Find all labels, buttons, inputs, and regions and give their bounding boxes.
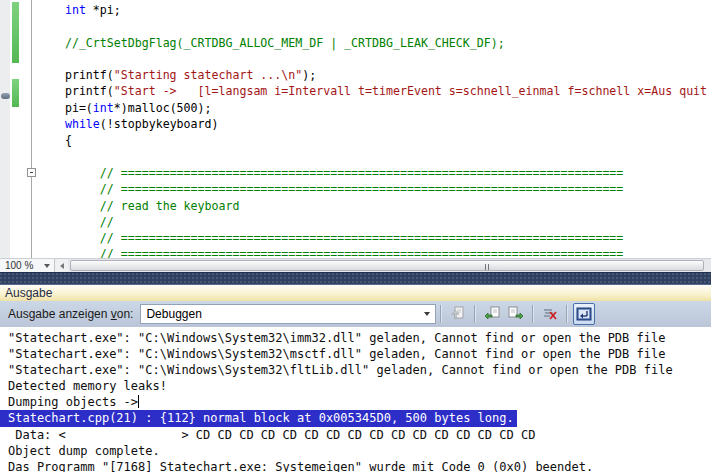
code-line[interactable] — [37, 149, 711, 165]
code-line[interactable]: // read the keyboard — [37, 198, 711, 214]
text-cursor — [138, 395, 139, 408]
code-line[interactable]: printf("Start -> [l=langsam i=Intervall … — [37, 83, 711, 99]
output-panel-title: Ausgabe — [5, 286, 52, 300]
output-line[interactable]: "Statechart.exe": "C:\Windows\System32\f… — [8, 362, 711, 378]
arrow-left-icon — [60, 263, 64, 269]
code-line[interactable]: // =====================================… — [37, 165, 711, 181]
toolbar-separator — [566, 305, 568, 323]
output-line[interactable]: Detected memory leaks! — [8, 378, 711, 394]
code-line[interactable] — [37, 18, 711, 34]
code-line[interactable]: //_CrtSetDbgFlag(_CRTDBG_ALLOC_MEM_DF | … — [37, 35, 711, 51]
next-message-button[interactable] — [505, 303, 527, 325]
clear-all-icon — [542, 306, 558, 322]
visual-studio-window: int *pi; //_CrtSetDbgFlag(_CRTDBG_ALLOC_… — [0, 0, 711, 472]
output-text[interactable]: "Statechart.exe": "C:\Windows\System32\i… — [0, 327, 711, 472]
clear-all-button[interactable] — [539, 303, 561, 325]
chevron-down-icon — [44, 264, 50, 268]
code-line[interactable]: // =====================================… — [37, 246, 711, 258]
output-line-highlighted[interactable]: Statechart.cpp(21) : {112} normal block … — [0, 410, 517, 426]
output-line[interactable]: Dumping objects -> — [8, 394, 711, 410]
zoom-level-value: 100 % — [5, 260, 44, 271]
code-line[interactable]: pi=(int*)malloc(500); — [37, 100, 711, 116]
code-editor[interactable]: int *pi; //_CrtSetDbgFlag(_CRTDBG_ALLOC_… — [0, 0, 711, 258]
combobox-value: Debuggen — [141, 307, 419, 321]
chevron-down-icon[interactable] — [419, 312, 435, 316]
show-output-from-label: Ausgabe anzeigen von: — [8, 307, 133, 321]
output-line[interactable]: "Statechart.exe": "C:\Windows\System32\m… — [8, 346, 711, 362]
find-message-icon — [450, 306, 466, 322]
window-separator — [0, 272, 711, 284]
toolbar-separator — [474, 305, 476, 323]
find-message-button[interactable] — [447, 303, 469, 325]
horizontal-scrollbar[interactable] — [68, 259, 711, 272]
editor-code[interactable]: int *pi; //_CrtSetDbgFlag(_CRTDBG_ALLOC_… — [0, 2, 711, 258]
previous-message-icon — [484, 306, 500, 322]
output-panel-header[interactable]: Ausgabe — [0, 284, 711, 301]
output-line[interactable]: Data: < > CD CD CD CD CD CD CD CD CD CD … — [8, 427, 711, 443]
code-line[interactable]: // =====================================… — [37, 181, 711, 197]
code-line[interactable]: int *pi; — [37, 2, 711, 18]
output-line[interactable]: Object dump complete. — [8, 443, 711, 459]
toolbar-separator — [532, 305, 534, 323]
word-wrap-button[interactable] — [573, 303, 595, 325]
zoom-level-dropdown[interactable]: 100 % — [0, 259, 55, 272]
scrollbar-grip-icon — [485, 264, 491, 270]
output-source-combobox[interactable]: Debuggen — [140, 304, 436, 324]
toolbar-separator — [440, 305, 442, 323]
scrollbar-thumb[interactable] — [70, 260, 704, 271]
output-toolbar: Ausgabe anzeigen von: Debuggen — [0, 301, 711, 327]
editor-bottom-bar: 100 % — [0, 258, 711, 272]
code-line[interactable]: // =====================================… — [37, 230, 711, 246]
code-line[interactable]: { — [37, 132, 711, 148]
code-line[interactable]: while(!stopbykeyboard) — [37, 116, 711, 132]
previous-message-button[interactable] — [481, 303, 503, 325]
scroll-left-button[interactable] — [55, 259, 68, 272]
code-line[interactable]: printf("Starting statechart ...\n"); — [37, 67, 711, 83]
code-line[interactable] — [37, 51, 711, 67]
word-wrap-icon — [576, 306, 592, 322]
output-line[interactable]: Das Programm "[7168] Statechart.exe: Sys… — [8, 459, 711, 472]
code-line[interactable]: // — [37, 214, 711, 230]
output-line[interactable]: "Statechart.exe": "C:\Windows\System32\i… — [8, 330, 711, 346]
next-message-icon — [508, 306, 524, 322]
